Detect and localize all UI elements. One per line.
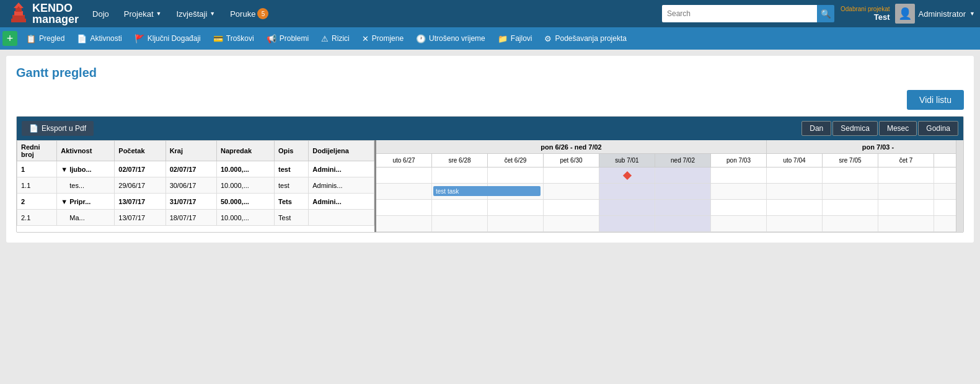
gantt-cell bbox=[599, 167, 655, 183]
gantt-cell bbox=[711, 167, 767, 183]
view-list-button[interactable]: Vidi listu bbox=[907, 90, 964, 110]
nav2-promjene[interactable]: ✕ Promjene bbox=[356, 27, 410, 50]
gantt-cell bbox=[767, 167, 823, 183]
view-buttons: Dan Sedmica Mesec Godina bbox=[801, 121, 958, 136]
gantt-cell bbox=[376, 184, 432, 199]
table-cell: 2.1 bbox=[17, 210, 57, 226]
user-area[interactable]: 👤 Administrator ▼ bbox=[895, 4, 976, 24]
gantt-cell bbox=[599, 200, 655, 215]
table-cell: 10.000,... bbox=[216, 210, 274, 226]
gantt-row bbox=[376, 200, 956, 216]
col-header-assigned: Dodijeljena bbox=[309, 141, 374, 161]
user-arrow-icon: ▼ bbox=[969, 11, 975, 17]
svg-rect-1 bbox=[12, 15, 25, 19]
col-header-id: Rednibroj bbox=[17, 141, 57, 161]
gantt-cell bbox=[488, 216, 544, 231]
promjene-icon: ✕ bbox=[362, 34, 369, 43]
table-cell: ▼ ljubo... bbox=[57, 161, 115, 177]
gantt-cell bbox=[599, 216, 655, 231]
table-row[interactable]: 2▼ Pripr...13/07/1731/07/1750.000,...Tet… bbox=[17, 194, 374, 210]
table-cell bbox=[309, 210, 374, 226]
table-cell: ▼ Pripr... bbox=[57, 194, 115, 210]
gantt-cell bbox=[599, 184, 655, 199]
table-cell: 50.000,... bbox=[216, 194, 274, 210]
table-row[interactable]: 1▼ ljubo...02/07/1702/07/1710.000,...tes… bbox=[17, 161, 374, 177]
gantt-cell bbox=[544, 167, 599, 183]
gantt-cell bbox=[488, 167, 544, 183]
logo-text: KENDO bbox=[32, 2, 79, 14]
col-header-end: Kraj bbox=[166, 141, 216, 161]
gantt-cell bbox=[432, 200, 488, 215]
gantt-row bbox=[376, 167, 956, 184]
logo[interactable]: KENDO manager bbox=[5, 0, 79, 27]
selected-project-name: Test bbox=[874, 12, 890, 22]
search-input[interactable] bbox=[662, 5, 817, 22]
col-header-activity: Aktivnost bbox=[57, 141, 115, 161]
day-header-cell: pon 7/03 bbox=[711, 154, 767, 167]
selected-project-label: Odabrani projekat bbox=[841, 6, 890, 12]
gantt-cell bbox=[432, 216, 488, 231]
search-button[interactable]: 🔍 bbox=[817, 5, 834, 22]
nav2-podesavanja[interactable]: ⚙ Podešavanja projekta bbox=[538, 27, 632, 50]
gantt-cell bbox=[655, 184, 711, 199]
gantt-cell bbox=[823, 200, 878, 215]
gantt-cell bbox=[544, 184, 599, 199]
izvjestaji-arrow-icon: ▼ bbox=[210, 11, 215, 17]
nav2-kljucni-dogadjaji[interactable]: 🚩 Ključni Događaji bbox=[128, 27, 207, 50]
search-icon: 🔍 bbox=[821, 9, 831, 19]
logo-subtext: manager bbox=[32, 14, 79, 25]
gantt-cell: test task bbox=[432, 184, 488, 199]
table-cell: 13/07/17 bbox=[115, 194, 166, 210]
nav2-aktivnosti[interactable]: 📄 Aktivnosti bbox=[71, 27, 128, 50]
nav-item-izvjestaji[interactable]: Izvještaji ▼ bbox=[169, 0, 223, 27]
search-area: 🔍 bbox=[662, 5, 834, 22]
day-header-cell: sre 7/05 bbox=[823, 154, 878, 167]
table-cell: 10.000,... bbox=[216, 177, 274, 194]
table-cell: 02/07/17 bbox=[166, 161, 216, 177]
gantt-cell bbox=[711, 216, 767, 231]
gantt-table: Rednibroj Aktivnost Početak Kraj Napreda… bbox=[17, 140, 376, 232]
table-cell: 02/07/17 bbox=[115, 161, 166, 177]
table-cell: 1.1 bbox=[17, 177, 57, 194]
gantt-cell bbox=[376, 216, 432, 231]
scrollbar[interactable] bbox=[956, 140, 963, 232]
main-content: Gantt pregled Vidi listu 📄 Eksport u Pdf… bbox=[6, 56, 974, 243]
view-day-button[interactable]: Dan bbox=[801, 121, 831, 136]
nav2-fajlovi[interactable]: 📁 Fajlovi bbox=[492, 27, 539, 50]
gantt-chart[interactable]: pon 6/26 - ned 7/02 pon 7/03 - uto 6/27s… bbox=[376, 140, 956, 232]
export-icon: 📄 bbox=[29, 124, 38, 133]
day-header-cell: pet 6/30 bbox=[544, 154, 599, 167]
pregled-icon: 📋 bbox=[26, 34, 36, 43]
gantt-cell bbox=[878, 167, 934, 183]
problemi-icon: 📢 bbox=[267, 34, 276, 43]
nav-item-dojo[interactable]: Dojo bbox=[85, 0, 117, 27]
day-header-cell: sre 6/28 bbox=[432, 154, 488, 167]
nav2-rizici[interactable]: ⚠ Rizici bbox=[315, 27, 356, 50]
fajlovi-icon: 📁 bbox=[498, 34, 508, 43]
nav-item-poruke[interactable]: Poruke 5 bbox=[223, 0, 276, 27]
nav2-pregled[interactable]: 📋 Pregled bbox=[20, 27, 71, 50]
table-row[interactable]: 2.1Ma...13/07/1718/07/1710.000,...Test bbox=[17, 210, 374, 226]
col-header-start: Početak bbox=[115, 141, 166, 161]
day-header-cell: čet 6/29 bbox=[488, 154, 544, 167]
nav2-utroseno[interactable]: 🕐 Utrošeno vrijeme bbox=[410, 27, 492, 50]
week-label-1: pon 6/26 - ned 7/02 bbox=[376, 140, 767, 153]
nav2-problemi[interactable]: 📢 Problemi bbox=[260, 27, 315, 50]
view-year-button[interactable]: Godina bbox=[918, 121, 958, 136]
add-button[interactable]: + bbox=[2, 31, 17, 46]
table-cell: 29/06/17 bbox=[115, 177, 166, 194]
table-cell: Tets bbox=[275, 194, 309, 210]
nav2-troskovi[interactable]: 💳 Troškovi bbox=[207, 27, 260, 50]
export-pdf-button[interactable]: 📄 Eksport u Pdf bbox=[22, 121, 94, 136]
view-week-button[interactable]: Sedmica bbox=[832, 121, 878, 136]
gantt-cell bbox=[655, 167, 711, 183]
utroseno-icon: 🕐 bbox=[416, 34, 426, 43]
view-month-button[interactable]: Mesec bbox=[879, 121, 917, 136]
podesavanja-icon: ⚙ bbox=[544, 34, 552, 43]
table-row[interactable]: 1.1tes...29/06/1730/06/1710.000,...testA… bbox=[17, 177, 374, 194]
top-navigation: KENDO manager Dojo Projekat ▼ Izvještaji… bbox=[0, 0, 980, 27]
aktivnosti-icon: 📄 bbox=[77, 34, 87, 43]
gantt-bar[interactable]: test task bbox=[433, 186, 541, 196]
nav2-promjene-label: Promjene bbox=[372, 34, 404, 43]
nav-item-projekat[interactable]: Projekat ▼ bbox=[117, 0, 169, 27]
